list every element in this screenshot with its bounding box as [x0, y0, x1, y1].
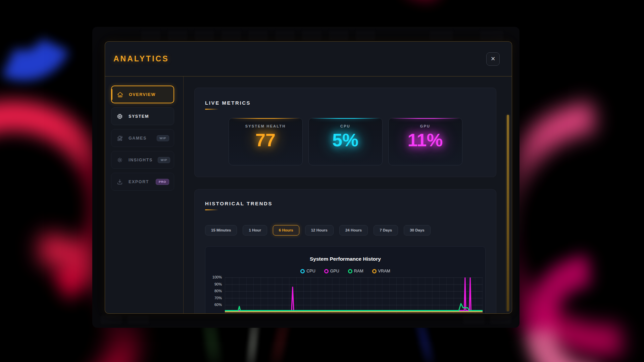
download-icon [116, 178, 123, 186]
wip-badge: WIP [157, 135, 169, 141]
historical-trends-title: HISTORICAL TRENDS [205, 201, 486, 206]
legend-label: RAM [354, 269, 363, 273]
metric-label: SYSTEM HEALTH [245, 124, 286, 128]
sidebar: OVERVIEW SYSTEM GAMES WIP INSIGHTS [105, 76, 184, 314]
background-footer-blob [128, 315, 149, 324]
sidebar-item-label: INSIGHTS [129, 158, 153, 162]
metric-cards-row: SYSTEM HEALTH 77 CPU 5% GPU 11% [205, 118, 486, 165]
sidebar-item-games[interactable]: GAMES WIP [111, 129, 174, 147]
live-metrics-panel: LIVE METRICS SYSTEM HEALTH 77 CPU 5% [194, 88, 496, 177]
close-button[interactable]: ✕ [486, 52, 500, 66]
sidebar-item-overview[interactable]: OVERVIEW [111, 86, 174, 103]
chart-plot-area: 100% 90% 80% 70% 60% [205, 277, 485, 314]
sidebar-item-label: EXPORT [129, 179, 149, 184]
analytics-modal: ANALYTICS ✕ OVERVIEW SYSTEM [105, 41, 512, 314]
legend-item-vram[interactable]: VRAM [372, 269, 390, 273]
modal-header: ANALYTICS ✕ [105, 42, 512, 76]
title-underline [205, 109, 218, 110]
range-button-6-hours[interactable]: 6 Hours [273, 225, 299, 236]
live-metrics-title: LIVE METRICS [205, 100, 486, 106]
legend-item-gpu[interactable]: GPU [324, 269, 339, 273]
home-icon [116, 91, 124, 98]
sidebar-item-export[interactable]: EXPORT PRO [111, 173, 174, 191]
bulb-icon [116, 156, 123, 164]
range-button-12-hours[interactable]: 12 Hours [305, 225, 334, 236]
background-toolbar-blob [141, 31, 160, 41]
legend-item-ram[interactable]: RAM [348, 269, 363, 273]
background-ribbon [0, 0, 88, 95]
legend-marker-ram [348, 269, 352, 273]
y-tick: 70% [214, 296, 222, 300]
legend-marker-cpu [300, 269, 305, 273]
legend-label: VRAM [378, 269, 390, 273]
title-underline [205, 209, 218, 210]
legend-marker-vram [372, 269, 377, 273]
close-icon: ✕ [491, 55, 495, 62]
legend-label: GPU [330, 269, 339, 273]
sidebar-item-label: GAMES [129, 136, 147, 141]
range-button-15-minutes[interactable]: 15 Minutes [205, 225, 237, 236]
metric-label: GPU [420, 124, 430, 128]
y-tick: 60% [214, 303, 222, 307]
metric-value: 77 [255, 131, 276, 149]
y-tick: 100% [212, 275, 222, 279]
chart-legend: CPU GPU RAM VRAM [205, 269, 485, 273]
y-tick: 80% [214, 289, 222, 293]
chart-title: System Performance History [205, 256, 485, 262]
metric-card-cpu: CPU 5% [308, 118, 383, 165]
card-accent [389, 118, 462, 119]
background-toolbar-blob [480, 31, 503, 41]
sidebar-item-insights[interactable]: INSIGHTS WIP [111, 151, 174, 169]
background-toolbar-blob [329, 31, 348, 41]
chip-icon [116, 113, 123, 120]
sidebar-item-system[interactable]: SYSTEM [111, 107, 174, 125]
background-footer-blob [490, 315, 511, 324]
background-toolbar-blob [248, 31, 268, 41]
page-title: ANALYTICS [113, 54, 169, 63]
scrollbar-thumb[interactable] [507, 115, 509, 311]
puzzle-icon [116, 135, 123, 142]
historical-trends-panel: HISTORICAL TRENDS 15 Minutes 1 Hour 6 Ho… [194, 189, 496, 314]
background-footer-blob [463, 315, 485, 324]
background-toolbar-blob [221, 31, 241, 41]
legend-marker-gpu [324, 269, 329, 273]
legend-label: CPU [306, 269, 315, 273]
metric-card-system-health: SYSTEM HEALTH 77 [229, 118, 303, 165]
card-accent [229, 118, 302, 119]
range-button-7-days[interactable]: 7 Days [374, 225, 398, 236]
metric-value: 11% [407, 131, 443, 149]
background-toolbar-blob [356, 31, 375, 41]
wip-badge: WIP [158, 157, 170, 163]
main-content: LIVE METRICS SYSTEM HEALTH 77 CPU 5% [184, 76, 512, 314]
modal-body: OVERVIEW SYSTEM GAMES WIP INSIGHTS [105, 76, 512, 314]
range-button-30-days[interactable]: 30 Days [404, 225, 430, 236]
card-accent [309, 118, 382, 119]
background-toolbar-blob [430, 31, 453, 41]
pro-badge: PRO [156, 179, 169, 185]
metric-value: 5% [332, 131, 358, 149]
time-range-buttons: 15 Minutes 1 Hour 6 Hours 12 Hours 24 Ho… [205, 225, 486, 236]
chart-series-svg [225, 277, 483, 314]
background-toolbar-blob [275, 31, 295, 41]
metric-card-gpu: GPU 11% [388, 118, 462, 165]
range-button-1-hour[interactable]: 1 Hour [243, 225, 267, 236]
sidebar-item-label: SYSTEM [129, 114, 149, 119]
range-button-24-hours[interactable]: 24 Hours [339, 225, 368, 236]
background-footer-blob [101, 315, 122, 324]
y-tick: 90% [214, 282, 222, 286]
background-toolbar-blob [168, 31, 187, 41]
sidebar-item-label: OVERVIEW [129, 92, 156, 97]
chart-plot [225, 277, 483, 314]
background-toolbar-blob [302, 31, 321, 41]
y-axis-ticks: 100% 90% 80% 70% 60% [206, 277, 225, 314]
background-toolbar-blob [195, 31, 214, 41]
metric-label: CPU [340, 124, 350, 128]
chart-card: System Performance History CPU GPU RA [205, 246, 486, 314]
legend-item-cpu[interactable]: CPU [300, 269, 315, 273]
